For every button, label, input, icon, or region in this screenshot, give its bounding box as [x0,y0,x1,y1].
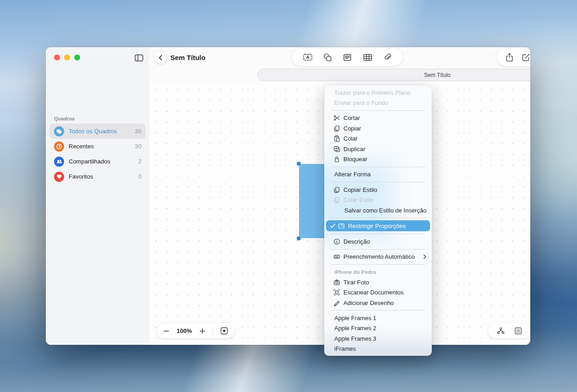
menu-item[interactable]: Cortar [324,113,432,123]
menu-item[interactable]: Duplicar [324,144,432,154]
sidebar-item-label: Recentes [69,143,135,150]
menu-item-label: Preenchimento Automático [343,253,420,260]
menu-item[interactable]: iFrames [324,343,432,354]
menu-item[interactable]: Copiar [324,123,432,133]
menu-item[interactable]: Apple Frames 1 [324,313,432,323]
menu-item-label: Apple Frames 3 [334,335,427,342]
zoom-controls: 100% [157,323,234,338]
compose-icon[interactable] [521,53,530,62]
checkmark-icon [330,223,336,229]
connect-diagram-icon[interactable] [496,327,505,335]
menu-item[interactable]: Colar [324,134,432,144]
paste-icon [333,135,340,142]
menu-item-label: Alterar Forma [334,171,427,178]
menu-item: Colar Estilo [324,195,432,205]
menu-separator [331,182,425,182]
camera-icon [333,279,340,286]
copy-icon [333,196,340,203]
menu-item-label: Colar Estilo [343,196,427,203]
close-window-button[interactable] [54,54,60,60]
menu-item-label: Duplicar [343,146,427,152]
menu-item-label: Copiar Estilo [343,186,427,193]
menu-section-header: iPhone do Pedro [324,267,432,277]
menu-item-label: Escanear Documentos [343,289,427,296]
desktop: { "window": { "sidebar": { "header": "Qu… [0,0,577,392]
sidebar-item[interactable]: Favoritos0 [49,169,146,184]
scissors-icon [333,114,340,121]
menu-separator [331,234,425,234]
text-box-icon[interactable] [303,53,313,62]
menu-item[interactable]: Bloquear [324,154,432,164]
sidebar-item[interactable]: Todos os Quadros30 [49,124,146,139]
clock-icon [54,142,64,152]
menu-item: Trazer para o Primeiro Plano [324,87,432,98]
sidebar-item-count: 0 [138,173,142,180]
window-actions [497,49,530,66]
people-icon [54,157,64,167]
menu-item-label: Copiar [343,125,427,132]
context-menu: Trazer para o Primeiro PlanoEnviar para … [324,85,432,356]
chevron-right-icon [422,254,427,259]
tab-label: Sem Título [424,72,451,78]
sidebar-item[interactable]: Recentes30 [49,139,146,154]
menu-item[interactable]: Preenchimento Automático [324,252,432,262]
tab-bar: Sem Título + [257,69,530,81]
menu-item[interactable]: Alterar Forma [324,169,432,180]
board-title: Sem Título [170,54,206,61]
menu-separator [331,310,425,310]
menu-item-label: Bloquear [343,156,427,163]
minimize-window-button[interactable] [64,54,70,60]
zoom-in-icon[interactable] [199,327,206,335]
sidebar-item[interactable]: Compartilhados2 [49,154,146,169]
zoom-out-icon[interactable] [163,327,170,335]
zoom-window-button[interactable] [74,54,80,60]
menu-item[interactable]: Descrição [324,236,432,246]
copy-icon [333,125,340,132]
freeform-window: Quadros Todos os Quadros30Recentes30Comp… [46,47,530,345]
scan-icon [333,289,340,296]
menu-item: Enviar para o Fundo [324,98,432,108]
tab-sem-titulo[interactable]: Sem Título [257,69,530,81]
menu-item-label: Salvar como Estilo de Inserção [344,207,427,214]
menu-separator [331,167,425,167]
favorite-zoom-icon[interactable] [220,327,229,335]
duplicate-icon [333,146,340,152]
info-icon [333,238,340,245]
menu-item[interactable]: Apple Frames 2 [324,323,432,333]
menu-item[interactable]: Restringir Proporções [326,220,430,231]
boards-icon [54,126,64,136]
sidebar-list: Todos os Quadros30Recentes30Compartilhad… [49,124,146,184]
menu-item[interactable]: Copiar Estilo [324,185,432,195]
menu-item[interactable]: Escanear Documentos [324,287,432,297]
back-button[interactable] [154,51,167,64]
sidebar-item-count: 30 [135,128,142,135]
note-icon[interactable] [343,53,352,62]
table-icon[interactable] [363,53,373,62]
share-icon[interactable] [505,53,514,62]
selection-handle[interactable] [297,162,301,166]
heart-icon [54,172,64,182]
menu-item-label: Restringir Proporções [348,223,425,229]
menu-item-label: Apple Frames 2 [334,325,427,332]
shapes-icon[interactable] [323,53,332,62]
menu-item[interactable]: Adicionar Desenho [324,298,432,308]
view-options [488,323,530,338]
menu-item-label: Tirar Foto [343,279,427,286]
selection-handle[interactable] [297,236,301,240]
menu-item[interactable]: Salvar como Estilo de Inserção [324,205,432,215]
sidebar-item-count: 30 [135,143,142,150]
zoom-level[interactable]: 100% [177,327,192,334]
divider [212,327,213,335]
sidebar-item-label: Compartilhados [69,158,138,165]
sidebar: Quadros Todos os Quadros30Recentes30Comp… [46,47,150,345]
menu-item[interactable]: Tirar Foto [324,277,432,287]
paperclip-icon[interactable] [383,53,392,62]
menu-separator [331,218,425,218]
menu-item-label: Enviar para o Fundo [334,99,427,106]
insert-toolbar [292,49,403,66]
menu-item[interactable]: Apple Frames 3 [324,333,432,343]
sidebar-item-count: 2 [138,158,142,165]
menu-item-label: Adicionar Desenho [343,299,427,306]
sidebar-toggle-icon[interactable] [134,53,144,63]
grid-view-icon[interactable] [514,327,523,335]
